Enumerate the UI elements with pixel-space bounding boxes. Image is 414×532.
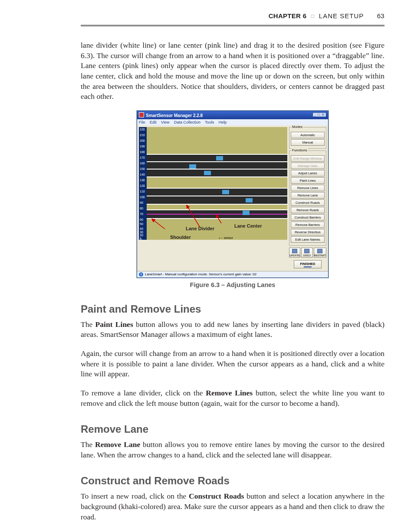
fn-construct-barriers[interactable]: Construct Barriers xyxy=(291,214,325,221)
label-lane-divider: Lane Divider xyxy=(186,226,214,231)
figure-6-3: SmartSensor Manager 2.2.8 _ □ ✕ File Edi… xyxy=(81,111,384,288)
figure-caption: Figure 6.3 – Adjusting Lanes xyxy=(81,281,384,288)
body-paragraph: The Paint Lines button allows you to add… xyxy=(81,320,384,340)
label-lane-center: Lane Center xyxy=(234,223,262,228)
body-paragraph: To remove a lane divider, click on the R… xyxy=(81,388,384,408)
fn-edit-range[interactable]: Edit Range Window xyxy=(291,155,325,162)
lane-canvas[interactable]: 220 210 200 190 180 170 160 150 140 130 … xyxy=(139,127,287,240)
label-shoulder: Shoulder xyxy=(170,235,191,240)
app-icon xyxy=(139,112,144,117)
body-paragraph: The Remove Lane button allows you to rem… xyxy=(81,440,384,460)
modes-group: Modes Automatic Manual xyxy=(289,127,326,149)
side-panel: Modes Automatic Manual Functions Edit Ra… xyxy=(289,127,326,269)
chapter-label: CHAPTER 6 xyxy=(269,12,307,20)
undo-icon[interactable]: UNDO xyxy=(301,248,312,258)
y-axis: 220 210 200 190 180 170 160 150 140 130 … xyxy=(139,127,147,240)
fn-remove-lane[interactable]: Remove Lane xyxy=(291,192,325,199)
fn-construct-roads[interactable]: Construct Roads xyxy=(291,199,325,206)
heading-remove-lane: Remove Lane xyxy=(81,423,384,435)
menu-help[interactable]: Help xyxy=(219,120,227,124)
app-window: SmartSensor Manager 2.2.8 _ □ ✕ File Edi… xyxy=(137,111,329,278)
fn-edit-lane-names[interactable]: Edit Lane Names xyxy=(291,236,325,243)
body-paragraph: lane divider (white line) or lane center… xyxy=(81,40,384,102)
page-number: 63 xyxy=(366,12,384,20)
window-controls[interactable]: _ □ ✕ xyxy=(312,112,326,117)
menu-file[interactable]: File xyxy=(139,120,145,124)
running-header: CHAPTER 6 □ LANE SETUP 63 xyxy=(81,12,384,25)
status-bar: i LaneSmart - Manual configuration mode.… xyxy=(137,271,328,277)
functions-legend: Functions xyxy=(291,148,308,152)
sensor-marker: ▹←sensor xyxy=(219,236,233,240)
window-title: SmartSensor Manager 2.2.8 xyxy=(146,113,203,118)
fn-remove-lines[interactable]: Remove Lines xyxy=(291,185,325,191)
menu-view[interactable]: View xyxy=(161,120,169,124)
svg-line-0 xyxy=(152,219,165,229)
update-icon[interactable]: UPDATE xyxy=(289,248,300,258)
section-label: LANE SETUP xyxy=(319,12,364,20)
fn-adjust-lanes[interactable]: Adjust Lanes xyxy=(291,170,325,176)
mode-manual[interactable]: Manual xyxy=(291,139,325,146)
body-paragraph: To insert a new road, click on the Const… xyxy=(81,491,384,522)
fn-paint-lines[interactable]: Paint Lines xyxy=(291,177,325,184)
info-icon: i xyxy=(139,272,143,277)
menu-tools[interactable]: Tools xyxy=(205,120,214,124)
action-icons: UPDATE UNDO RESTART xyxy=(289,248,326,258)
fn-reverse-direction[interactable]: Reverse Direction xyxy=(291,229,325,235)
divider-glyph: □ xyxy=(309,13,317,19)
fn-remove-roads[interactable]: Remove Roads xyxy=(291,207,325,213)
body-paragraph: Again, the cursor will change from an ar… xyxy=(81,349,384,379)
status-text: LaneSmart - Manual configuration mode. S… xyxy=(145,272,256,276)
annotation-arrows xyxy=(139,127,287,240)
fn-manage-gain[interactable]: Manage Gain xyxy=(291,163,325,169)
finished-button[interactable]: FINISHED xyxy=(294,260,322,268)
functions-group: Functions Edit Range Window Manage Gain … xyxy=(289,150,326,246)
menu-edit[interactable]: Edit xyxy=(150,120,157,124)
fn-remove-barriers[interactable]: Remove Barriers xyxy=(291,222,325,228)
menu-data[interactable]: Data Collection xyxy=(174,120,200,124)
mode-automatic[interactable]: Automatic xyxy=(291,132,325,138)
restart-icon[interactable]: RESTART xyxy=(314,248,326,258)
menu-bar: File Edit View Data Collection Tools Hel… xyxy=(137,119,328,125)
heading-paint-remove-lines: Paint and Remove Lines xyxy=(81,303,384,315)
modes-legend: Modes xyxy=(291,125,303,129)
heading-construct-remove-roads: Construct and Remove Roads xyxy=(81,475,384,487)
header-rule xyxy=(81,25,384,26)
title-bar: SmartSensor Manager 2.2.8 _ □ ✕ xyxy=(137,111,328,119)
